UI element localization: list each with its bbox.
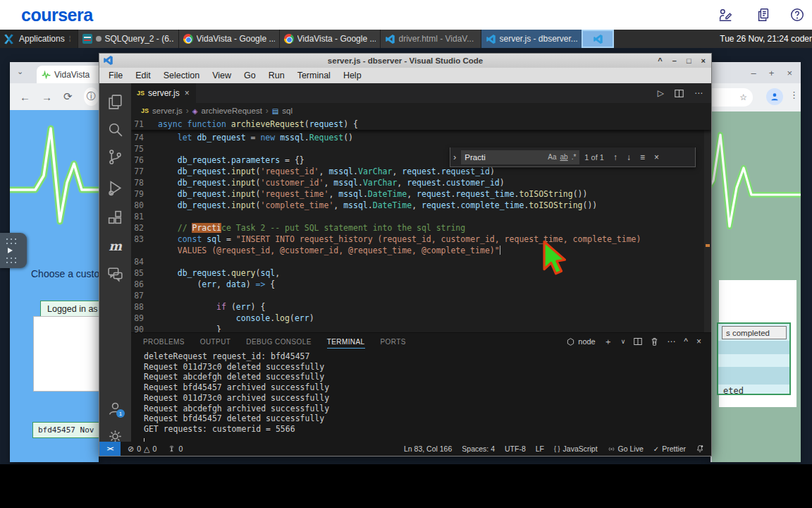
find-in-selection-icon[interactable]: ≡ <box>640 152 645 162</box>
code-line[interactable]: VALUES (@request_id, @customer_id, @requ… <box>131 245 711 256</box>
panel-tab-debug-console[interactable]: DEBUG CONSOLE <box>246 335 311 349</box>
minimize-icon[interactable]: – <box>751 68 756 78</box>
lab-instructions-icon[interactable] <box>718 7 733 23</box>
close-panel-icon[interactable]: × <box>696 337 701 346</box>
code-line[interactable]: 79 db_request.input('request_time', mssq… <box>131 188 711 200</box>
maximize-panel-icon[interactable]: ^ <box>684 337 688 346</box>
reload-icon[interactable]: ⟳ <box>63 90 73 103</box>
close-find-icon[interactable]: × <box>654 152 659 162</box>
copy-notes-icon[interactable] <box>756 7 771 23</box>
site-info-icon[interactable]: ⓘ <box>84 87 99 106</box>
run-file-icon[interactable]: ▷ <box>658 88 664 98</box>
panel-tab-problems[interactable]: PROBLEMS <box>143 335 185 349</box>
shade-icon[interactable]: ^ <box>658 56 662 65</box>
extensions-icon[interactable] <box>106 209 124 226</box>
breadcrumb-symbol[interactable]: sql <box>282 107 293 115</box>
panel-tab-output[interactable]: OUTPUT <box>200 335 231 349</box>
search-icon[interactable] <box>106 121 124 138</box>
back-icon[interactable]: ← <box>20 91 30 103</box>
vscode-titlebar[interactable]: server.js - dbserver - Visual Studio Cod… <box>99 54 711 68</box>
request-id-chip[interactable]: bfd45457 Nov 2 <box>32 422 99 438</box>
menu-help[interactable]: Help <box>337 71 368 80</box>
new-terminal-icon[interactable]: ＋ <box>604 336 613 348</box>
cursor-position[interactable]: Ln 83, Col 166 <box>404 445 452 453</box>
code-line[interactable]: 90 } <box>131 324 711 332</box>
next-match-icon[interactable]: ↓ <box>627 152 631 162</box>
code-line[interactable]: 83 const sql = "INSERT INTO request_hist… <box>131 234 711 245</box>
notifications-bell-icon[interactable] <box>696 445 704 453</box>
comments-icon[interactable] <box>106 265 124 283</box>
source-control-icon[interactable] <box>106 148 124 166</box>
language-mode[interactable]: { }JavaScript <box>554 445 598 453</box>
code-line[interactable]: 77 db_request.input('request_id', mssql.… <box>131 166 711 177</box>
panel-more-icon[interactable]: ⋯ <box>667 337 675 346</box>
find-expand-chevron-icon[interactable]: › <box>453 152 456 162</box>
menu-terminal[interactable]: Terminal <box>291 71 337 80</box>
taskbar-window-button[interactable]: VidaVista - Google ... <box>178 30 279 48</box>
menu-go[interactable]: Go <box>238 71 262 80</box>
find-input[interactable] <box>461 153 548 162</box>
code-line[interactable]: 86 (err, data) => { <box>131 279 711 290</box>
forward-icon[interactable]: → <box>42 91 52 103</box>
previous-match-icon[interactable]: ↑ <box>613 152 617 162</box>
split-terminal-icon[interactable] <box>634 337 642 346</box>
code-line[interactable]: 71async function archieveRequest(request… <box>131 119 711 130</box>
browser-tab[interactable]: VidaVista <box>37 66 104 83</box>
coursera-logo[interactable]: coursera <box>21 5 93 25</box>
lab-panel-toggle[interactable] <box>0 233 27 268</box>
close-icon[interactable]: × <box>701 56 706 65</box>
eol-sequence[interactable]: LF <box>536 445 544 453</box>
breadcrumb-file[interactable]: server.js <box>152 107 183 115</box>
match-case-icon[interactable]: Aa <box>548 153 556 161</box>
mssql-extension-icon[interactable]: m <box>106 237 124 255</box>
panel-tab-terminal[interactable]: TERMINAL <box>327 335 365 349</box>
help-icon[interactable] <box>789 7 805 23</box>
remote-indicator[interactable]: >< <box>99 442 121 456</box>
problems-summary[interactable]: ⊘ 0 △ 0 <box>128 445 156 454</box>
indentation[interactable]: Spaces: 4 <box>462 445 495 453</box>
minimize-icon[interactable]: – <box>672 56 677 65</box>
tab-close-icon[interactable]: × <box>185 88 190 98</box>
taskbar-window-button-mini[interactable] <box>582 30 614 48</box>
menu-selection[interactable]: Selection <box>157 71 206 80</box>
menu-run[interactable]: Run <box>262 71 291 80</box>
code-line[interactable]: 85 db_request.query(sql, <box>131 267 711 279</box>
taskbar-window-button[interactable]: SQLQuery_2 - (6... <box>78 30 178 48</box>
split-editor-icon[interactable] <box>675 89 684 98</box>
taskbar-window-button[interactable]: driver.html - VidaV... <box>380 30 481 48</box>
code-line[interactable]: 88 if (err) { <box>131 301 711 313</box>
taskbar-window-button[interactable]: server.js - dbserver... <box>481 30 582 48</box>
tab-search-chevron-icon[interactable]: ⌄ <box>17 67 23 76</box>
terminal-output[interactable]: deleteRequest request_id: bfd45457Reques… <box>131 351 711 441</box>
code-line[interactable]: 87 <box>131 290 711 301</box>
kill-terminal-icon[interactable] <box>651 337 658 346</box>
shell-selector[interactable]: node <box>567 337 595 346</box>
maximize-icon[interactable]: + <box>769 68 775 78</box>
terminal-dropdown-icon[interactable]: ∨ <box>621 338 626 345</box>
code-line[interactable]: 82 // Practice Task 2 -- put SQL stateme… <box>131 222 711 234</box>
code-line[interactable]: 89 console.log(err) <box>131 313 711 324</box>
go-live-button[interactable]: Go Live <box>608 445 644 453</box>
code-line[interactable]: 81 <box>131 211 711 222</box>
applications-menu-button[interactable]: Applications ⁞ <box>0 30 78 48</box>
tab-server-js[interactable]: JS server.js × <box>131 83 196 103</box>
code-line[interactable]: 74 let db_request = new mssql.Request() <box>131 132 711 143</box>
editor-scrollbar[interactable] <box>704 119 711 332</box>
panel-tab-ports[interactable]: PORTS <box>381 335 406 349</box>
code-line[interactable]: 84 <box>131 256 711 267</box>
run-debug-icon[interactable] <box>106 179 124 197</box>
menu-view[interactable]: View <box>206 71 238 80</box>
regex-icon[interactable]: .* <box>572 153 577 161</box>
taskbar-window-button[interactable]: VidaVista - Google ... <box>279 30 380 48</box>
bookmark-star-icon[interactable]: ☆ <box>739 92 747 102</box>
menu-file[interactable]: File <box>102 71 129 80</box>
code-line[interactable]: 78 db_request.input('customer_id', mssql… <box>131 177 711 188</box>
prettier-status[interactable]: ✓Prettier <box>653 445 686 453</box>
browser-menu-icon[interactable]: ⋮ <box>789 90 799 100</box>
taskbar-clock[interactable]: Tue 26 Nov, 21:24 coder <box>720 30 812 48</box>
close-icon[interactable]: × <box>787 68 792 78</box>
breadcrumb-function[interactable]: archieveRequest <box>202 107 262 115</box>
whole-word-icon[interactable]: ab <box>560 153 568 161</box>
profile-avatar[interactable] <box>766 88 783 105</box>
more-actions-icon[interactable]: ⋯ <box>694 88 703 98</box>
